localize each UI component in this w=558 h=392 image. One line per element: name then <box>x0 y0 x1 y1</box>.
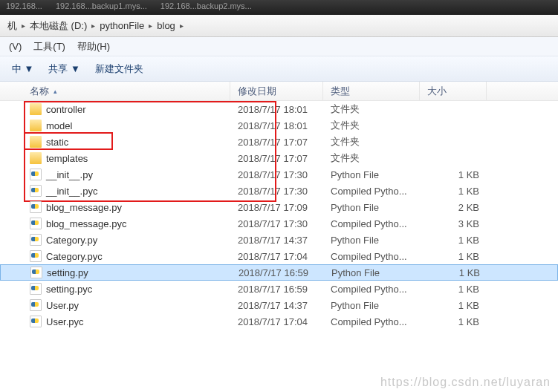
file-name: model <box>46 120 72 131</box>
file-name: setting.py <box>47 267 88 278</box>
file-date: 2018/7/17 18:01 <box>230 120 323 131</box>
file-date: 2018/7/17 17:30 <box>230 218 323 229</box>
breadcrumb-folder-1[interactable]: pythonFile <box>95 20 149 31</box>
include-library-button[interactable]: 中 ▼ <box>4 62 41 76</box>
folder-icon <box>30 152 42 164</box>
file-date: 2018/7/17 16:59 <box>230 284 323 295</box>
folder-icon <box>30 103 42 115</box>
file-name: Category.py <box>46 235 97 246</box>
file-type: Compiled Pytho... <box>323 186 420 197</box>
file-row[interactable]: setting.py2018/7/17 16:59Python File1 KB <box>0 264 558 281</box>
file-name: blog_message.pyc <box>46 218 126 229</box>
file-row[interactable]: controller2018/7/17 18:01文件夹 <box>0 101 558 117</box>
file-rows: controller2018/7/17 18:01文件夹model2018/7/… <box>0 101 558 330</box>
file-row[interactable]: templates2018/7/17 17:07文件夹 <box>0 150 558 166</box>
column-header-row: 名称▴ 修改日期 类型 大小 <box>0 82 558 101</box>
python-file-icon <box>30 299 42 311</box>
watermark-text: https://blog.csdn.net/luyaran <box>380 376 551 389</box>
file-name: __init__.py <box>46 169 93 180</box>
column-type[interactable]: 类型 <box>323 82 420 100</box>
file-name: blog_message.py <box>46 202 122 213</box>
file-size: 1 KB <box>420 186 487 197</box>
menu-view[interactable]: (V) <box>3 41 27 52</box>
file-date: 2018/7/17 17:04 <box>230 316 323 327</box>
file-date: 2018/7/17 14:37 <box>230 300 323 311</box>
column-name[interactable]: 名称▴ <box>0 82 230 100</box>
file-date: 2018/7/17 17:30 <box>230 186 323 197</box>
menu-help[interactable]: 帮助(H) <box>71 40 116 53</box>
file-size: 1 KB <box>420 300 487 311</box>
compiled-python-icon <box>30 283 42 295</box>
file-date: 2018/7/17 14:37 <box>230 235 323 246</box>
menubar: (V) 工具(T) 帮助(H) <box>0 37 558 56</box>
file-row[interactable]: Category.py2018/7/17 14:37Python File1 K… <box>0 232 558 248</box>
file-size: 2 KB <box>420 202 487 213</box>
python-file-icon <box>30 267 42 278</box>
file-size: 1 KB <box>420 169 487 180</box>
tab-1[interactable]: 192.168... <box>6 1 42 13</box>
file-name: controller <box>46 104 85 115</box>
file-type: Python File <box>323 202 420 213</box>
python-file-icon <box>30 169 42 180</box>
breadcrumb-folder-2[interactable]: blog <box>152 20 180 31</box>
file-row[interactable]: static2018/7/17 17:07文件夹 <box>0 134 558 150</box>
file-type: Compiled Pytho... <box>323 284 420 295</box>
file-row[interactable]: setting.pyc2018/7/17 16:59Compiled Pytho… <box>0 281 558 297</box>
file-name: setting.pyc <box>46 284 92 295</box>
chevron-right-icon[interactable]: ▸ <box>180 22 184 30</box>
folder-icon <box>30 120 42 131</box>
file-type: Python File <box>323 169 420 180</box>
tab-3[interactable]: 192.168...backup2.mys... <box>160 1 252 13</box>
file-name: __init__.pyc <box>46 186 97 197</box>
file-row[interactable]: blog_message.pyc2018/7/17 17:30Compiled … <box>0 215 558 232</box>
file-name: templates <box>46 153 88 164</box>
file-type: 文件夹 <box>323 151 420 165</box>
menu-tools[interactable]: 工具(T) <box>27 40 71 53</box>
breadcrumb-computer[interactable]: 机 <box>3 19 22 33</box>
file-date: 2018/7/17 17:07 <box>230 153 323 164</box>
file-size: 1 KB <box>420 235 487 246</box>
tab-2[interactable]: 192.168...backup1.mys... <box>56 1 147 13</box>
file-size: 1 KB <box>420 316 487 327</box>
file-date: 2018/7/17 17:04 <box>230 251 323 262</box>
breadcrumb[interactable]: 机 ▸ 本地磁盘 (D:) ▸ pythonFile ▸ blog ▸ <box>0 15 558 37</box>
column-date[interactable]: 修改日期 <box>230 82 323 100</box>
file-type: Python File <box>323 235 420 246</box>
breadcrumb-drive[interactable]: 本地磁盘 (D:) <box>25 19 91 33</box>
compiled-python-icon <box>30 316 42 327</box>
file-row[interactable]: model2018/7/17 18:01文件夹 <box>0 117 558 134</box>
file-type: Compiled Pytho... <box>323 251 420 262</box>
compiled-python-icon <box>30 250 42 262</box>
python-file-icon <box>30 201 42 213</box>
file-date: 2018/7/17 17:30 <box>230 169 323 180</box>
new-folder-button[interactable]: 新建文件夹 <box>88 62 151 76</box>
file-date: 2018/7/17 17:09 <box>230 202 323 213</box>
file-row[interactable]: __init__.py2018/7/17 17:30Python File1 K… <box>0 166 558 183</box>
file-name: User.pyc <box>46 316 84 327</box>
toolbar: 中 ▼ 共享 ▼ 新建文件夹 <box>0 56 558 82</box>
file-row[interactable]: __init__.pyc2018/7/17 17:30Compiled Pyth… <box>0 183 558 199</box>
compiled-python-icon <box>30 218 42 229</box>
file-name: Category.pyc <box>46 251 103 262</box>
share-button[interactable]: 共享 ▼ <box>41 62 87 76</box>
file-type: Python File <box>324 267 421 278</box>
file-type: 文件夹 <box>323 135 420 148</box>
file-name: User.py <box>46 300 79 311</box>
file-type: Python File <box>323 300 420 311</box>
file-row[interactable]: User.py2018/7/17 14:37Python File1 KB <box>0 297 558 313</box>
file-row[interactable]: blog_message.py2018/7/17 17:09Python Fil… <box>0 199 558 215</box>
file-size: 3 KB <box>420 218 487 229</box>
column-size[interactable]: 大小 <box>420 82 487 100</box>
file-size: 1 KB <box>421 267 487 278</box>
sort-ascending-icon: ▴ <box>53 88 57 95</box>
file-type: 文件夹 <box>323 119 420 132</box>
file-row[interactable]: User.pyc2018/7/17 17:04Compiled Pytho...… <box>0 313 558 330</box>
file-row[interactable]: Category.pyc2018/7/17 17:04Compiled Pyth… <box>0 248 558 264</box>
file-type: Compiled Pytho... <box>323 218 420 229</box>
window-titlebar: 192.168... 192.168...backup1.mys... 192.… <box>0 0 558 15</box>
file-date: 2018/7/17 16:59 <box>231 267 324 278</box>
file-size: 1 KB <box>420 251 487 262</box>
file-size: 1 KB <box>420 284 487 295</box>
file-name: static <box>46 137 68 148</box>
file-type: 文件夹 <box>323 102 420 116</box>
